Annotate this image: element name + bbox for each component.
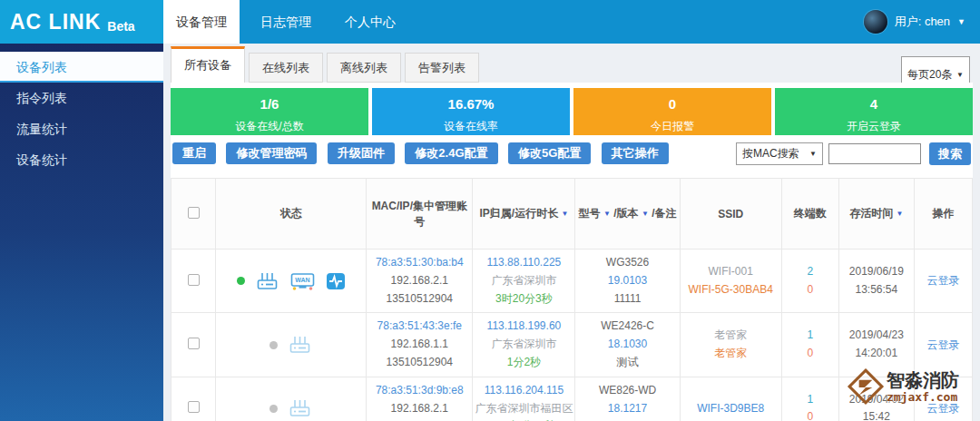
wan-ip[interactable]: 113.118.199.60 [475, 318, 573, 336]
search-mode-value: 按MAC搜索 [742, 146, 799, 162]
router-icon [255, 271, 279, 291]
mac-address[interactable]: 78:a3:51:43:3e:fe [368, 318, 470, 336]
change-admin-password-button[interactable]: 修改管理密码 [226, 142, 317, 164]
row-checkbox[interactable] [188, 274, 200, 286]
svg-text:WAN: WAN [295, 277, 309, 283]
ip-cell: 113.118.199.60 广东省深圳市 1分2秒 [473, 313, 575, 377]
header-label: SSID [718, 208, 743, 220]
upgrade-firmware-button[interactable]: 升级固件 [328, 142, 395, 164]
cloud-login-link[interactable]: 云登录 [926, 338, 959, 351]
action-cell: 云登录 [914, 250, 972, 313]
header-label: IP归属/运行时长 [479, 207, 558, 220]
sidebar-item-traffic-stats[interactable]: 流量统计 [0, 113, 163, 144]
edit-5g-config-button[interactable]: 修改5G配置 [508, 142, 591, 164]
stat-label: 今日报警 [573, 119, 771, 134]
clients-online[interactable]: 1 [784, 327, 837, 345]
sidebar-item-device-stats[interactable]: 设备统计 [0, 144, 163, 175]
user-menu[interactable]: 用户: chen ▼ [864, 0, 980, 44]
column-header-model[interactable]: 型号 ▼ /版本 ▼ /备注 [575, 179, 680, 250]
router-icon [288, 398, 312, 418]
device-note: 11111 [577, 290, 677, 308]
lan-ip: 192.168.2.1 [368, 272, 470, 290]
clients-online[interactable]: 2 [784, 263, 837, 281]
clients-offline: 0 [784, 281, 837, 299]
sort-arrow-icon[interactable]: ▼ [603, 210, 611, 218]
tab-offline-list[interactable]: 离线列表 [327, 53, 401, 83]
edit-24g-config-button[interactable]: 修改2.4G配置 [405, 142, 497, 164]
reboot-button[interactable]: 重启 [172, 142, 216, 164]
clients-online[interactable]: 1 [784, 391, 837, 409]
ip-region: 广东省深圳市 [475, 336, 573, 354]
uptime: 3时20分3秒 [475, 290, 573, 308]
stat-devices-online-total: 1/6 设备在线/总数 [171, 88, 368, 135]
cloud-login-link[interactable]: 云登录 [926, 274, 959, 287]
header-label: MAC/IP/集中管理账号 [372, 200, 467, 228]
column-header-ip[interactable]: IP归属/运行时长 ▼ [473, 179, 575, 250]
clients-offline: 0 [784, 408, 837, 421]
manage-account: 13510512904 [368, 354, 470, 372]
wan-ip[interactable]: 113.88.110.225 [475, 254, 573, 272]
sidebar-item-device-list[interactable]: 设备列表 [0, 52, 163, 83]
row-checkbox[interactable] [188, 338, 200, 349]
firmware-version[interactable]: 18.1030 [577, 336, 677, 354]
wan-ip[interactable]: 113.116.204.115 [475, 382, 573, 400]
user-label: 用户: chen [895, 14, 950, 30]
column-header-alive[interactable]: 存活时间 ▼ [838, 179, 914, 250]
manage-account: 13510512904 [368, 417, 470, 421]
nav-tab-log-mgmt[interactable]: 日志管理 [248, 0, 324, 44]
watermark: 智淼消防 zmjaxf.com [847, 367, 959, 406]
online-dot-icon [237, 277, 245, 285]
header-label: 存活时间 [849, 207, 893, 220]
stat-label: 开启云登录 [775, 119, 973, 134]
other-operations-button[interactable]: 其它操作 [602, 142, 669, 164]
stat-value: 4 [775, 88, 973, 112]
wan-port-icon: WAN [289, 271, 316, 291]
uptime: 1分2秒 [475, 354, 573, 372]
firmware-version[interactable]: 18.1217 [577, 400, 677, 418]
stat-value: 1/6 [171, 88, 368, 112]
sort-arrow-icon[interactable]: ▼ [897, 210, 904, 218]
ip-cell: 113.88.110.225 广东省深圳市 3时20分3秒 [473, 250, 575, 313]
header-label: 状态 [280, 207, 302, 220]
status-cell [218, 398, 364, 418]
select-all-checkbox[interactable] [188, 207, 200, 219]
model: WG3526 [577, 254, 677, 272]
search-input[interactable] [828, 143, 921, 164]
brand-logo: AC LINK Beta [0, 0, 163, 44]
page-size-value: 每页20条 [907, 67, 952, 83]
firmware-version[interactable]: 19.0103 [577, 272, 677, 290]
sort-arrow-icon[interactable]: ▼ [561, 210, 568, 218]
tab-alarm-list[interactable]: 告警列表 [405, 53, 479, 83]
topnav: 设备管理 日志管理 个人中心 用户: chen ▼ [163, 0, 980, 44]
status-cell: WAN [218, 271, 364, 291]
mac-address[interactable]: 78:a3:51:30:ba:b4 [368, 254, 470, 272]
watermark-title: 智淼消防 [887, 370, 959, 390]
sort-arrow-icon[interactable]: ▼ [642, 210, 649, 218]
header-label: 操作 [932, 207, 954, 220]
alive-time: 2019/06/19 13:56:54 [841, 263, 912, 299]
mac-cell: 78:a3:51:43:3e:fe 192.168.1.1 1351051290… [367, 313, 473, 377]
status-cell [218, 335, 364, 355]
header-label: /备注 [652, 207, 676, 220]
mac-address[interactable]: 78:a3:51:3d:9b:e8 [368, 382, 470, 400]
traffic-pulse-icon[interactable] [326, 271, 346, 291]
nav-tab-device-mgmt[interactable]: 设备管理 [163, 0, 240, 44]
ssid-24g: WIFI-001 [682, 263, 779, 281]
search-group: 按MAC搜索 ▼ 搜索 [736, 142, 971, 165]
search-button[interactable]: 搜索 [929, 142, 971, 165]
column-header-mac: MAC/IP/集中管理账号 [367, 179, 473, 250]
model-cell: WG3526 19.0103 11111 [575, 250, 680, 313]
stat-value: 16.67% [372, 88, 570, 112]
tab-all-devices[interactable]: 所有设备 [171, 46, 245, 83]
sidebar-item-command-list[interactable]: 指令列表 [0, 83, 163, 113]
header-label: 终端数 [794, 207, 827, 220]
row-checkbox[interactable] [188, 401, 200, 413]
offline-dot-icon [270, 341, 278, 349]
ip-cell: 113.116.204.115 广东省深圳市福田区 23时1分14秒 [473, 377, 575, 421]
ssid-5g: WIFI-5G-30BAB4 [682, 281, 779, 299]
header-label: 型号 [579, 207, 601, 220]
tab-online-list[interactable]: 在线列表 [249, 53, 323, 83]
ssid-cell: WIFI-3D9BE8 [680, 377, 781, 421]
nav-tab-personal-center[interactable]: 个人中心 [332, 0, 408, 44]
search-mode-select[interactable]: 按MAC搜索 ▼ [736, 142, 823, 165]
